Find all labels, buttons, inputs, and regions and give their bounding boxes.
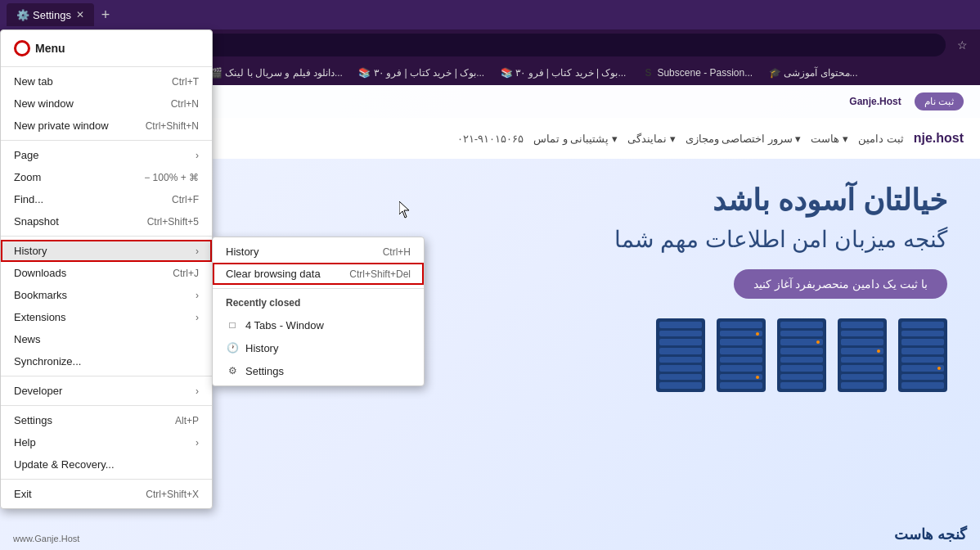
bookmark-edu[interactable]: 🎓 محتوای آموزشی... xyxy=(762,65,864,80)
submenu-separator xyxy=(213,288,424,289)
active-tab[interactable]: ⚙️ Settings ✕ xyxy=(7,3,94,26)
site-headline-2: گنجه میزبان امن اطلاعات مهم شما xyxy=(614,226,947,253)
menu-separator-5 xyxy=(1,479,212,480)
clock-icon: 🕐 xyxy=(226,341,239,354)
window-icon: □ xyxy=(226,318,239,331)
bottom-logo: گنجه هاست xyxy=(894,525,967,543)
menu-snapshot[interactable]: Snapshot Ctrl+Shift+5 xyxy=(1,210,212,232)
menu-page[interactable]: Page › xyxy=(1,144,212,166)
edu-icon: 🎓 xyxy=(769,67,780,79)
nav-domain[interactable]: ثبت دامین xyxy=(858,133,904,145)
submenu-history-item[interactable]: 🕐 History xyxy=(213,336,424,359)
nav-host[interactable]: هاست ▾ xyxy=(811,133,848,145)
menu-separator-3 xyxy=(1,376,212,376)
bookmark-book2-label: ۳۰ بوک | خرید کتاب | فرو... xyxy=(515,67,626,79)
submenu-settings-item[interactable]: ⚙ Settings xyxy=(213,359,424,382)
book1-icon: 📚 xyxy=(359,67,371,79)
new-tab-button[interactable]: + xyxy=(94,3,117,26)
menu-new-private-window[interactable]: New private window Ctrl+Shift+N xyxy=(1,115,212,137)
nav-server[interactable]: سرور اختصاصی ومجازی ▾ xyxy=(686,133,802,145)
menu-update-recovery[interactable]: Update & Recovery... xyxy=(1,453,212,476)
bookmark-subscene-label: Subscene - Passion... xyxy=(657,67,753,79)
menu-new-tab[interactable]: New tab Ctrl+T xyxy=(1,70,212,92)
menu-extensions[interactable]: Extensions › xyxy=(1,306,212,328)
menu-separator-0 xyxy=(1,66,212,67)
opera-logo xyxy=(14,40,30,56)
menu-exit[interactable]: Exit Ctrl+Shift+X xyxy=(1,483,212,505)
bottom-url: www.Ganje.Host xyxy=(13,534,79,543)
bookmark-edu-label: محتوای آموزشی... xyxy=(784,67,857,79)
register-button[interactable]: ثبت نام xyxy=(915,92,964,110)
book2-icon: 📚 xyxy=(501,67,512,79)
bookmark-book2[interactable]: 📚 ۳۰ بوک | خرید کتاب | فرو... xyxy=(494,65,632,80)
submenu-clear-data[interactable]: Clear browsing data Ctrl+Shift+Del xyxy=(213,263,424,285)
server-racks xyxy=(656,318,947,392)
bookmark-subscene[interactable]: S Subscene - Passion... xyxy=(636,65,759,80)
menu-zoom[interactable]: Zoom − 100% + ⌘ xyxy=(1,166,212,188)
menu-title: Menu xyxy=(35,42,65,55)
site-logo-nav: nje.host xyxy=(914,131,964,146)
menu-synchronize[interactable]: Synchronize... xyxy=(1,350,212,372)
menu-separator-2 xyxy=(1,236,212,237)
menu-history[interactable]: History › History Ctrl+H Clear browsing … xyxy=(1,240,212,262)
submenu-tabs-window[interactable]: □ 4 Tabs - Window xyxy=(213,313,424,336)
settings-icon: ⚙ xyxy=(226,364,239,377)
tab-bar: ⚙️ Settings ✕ + xyxy=(0,0,980,29)
tab-label: Settings xyxy=(33,9,71,21)
history-submenu: History Ctrl+H Clear browsing data Ctrl+… xyxy=(212,237,425,386)
settings-tab-icon: ⚙️ xyxy=(16,9,28,20)
menu-find[interactable]: Find... Ctrl+F xyxy=(1,188,212,210)
subscene-icon: S xyxy=(642,67,654,79)
nav-contact[interactable]: پشتیبانی و تماس ▾ xyxy=(533,133,618,145)
menu-downloads[interactable]: Downloads Ctrl+J xyxy=(1,262,212,284)
cta-button[interactable]: با ثبت یک دامین منحصربفرد آغاز کنید xyxy=(734,269,947,299)
nav-agency[interactable]: نمایندگی ▾ xyxy=(627,133,676,145)
main-menu: Menu New tab Ctrl+T New window Ctrl+N Ne… xyxy=(0,29,213,509)
site-phone: ۰۲۱-۹۱۰۱۵۰۶۵ xyxy=(457,133,524,145)
menu-separator-4 xyxy=(1,405,212,406)
menu-news[interactable]: News xyxy=(1,328,212,350)
bookmark-film-label: دانلود فیلم و سریال با لینک... xyxy=(225,67,343,79)
bookmark-book1[interactable]: 📚 ۳۰ بوک | خرید کتاب | فرو... xyxy=(353,65,491,80)
menu-separator-1 xyxy=(1,140,212,141)
menu-developer[interactable]: Developer › xyxy=(1,380,212,402)
menu-settings[interactable]: Settings Alt+P xyxy=(1,409,212,431)
bookmark-film[interactable]: 🎬 دانلود فیلم و سریال با لینک... xyxy=(204,65,349,80)
tab-close-button[interactable]: ✕ xyxy=(76,9,84,20)
menu-header: Menu xyxy=(1,34,212,63)
site-headline-1: خیالتان آسوده باشد xyxy=(713,183,947,218)
recently-closed-label: Recently closed xyxy=(213,292,424,313)
menu-bookmarks[interactable]: Bookmarks › xyxy=(1,284,212,306)
submenu-history-link[interactable]: History Ctrl+H xyxy=(213,241,424,263)
bookmark-book1-label: ۳۰ بوک | خرید کتاب | فرو... xyxy=(374,67,484,79)
site-logo: Ganje.Host xyxy=(849,96,901,107)
menu-help[interactable]: Help › xyxy=(1,431,212,453)
bookmark-star[interactable]: ☆ xyxy=(951,34,973,56)
address-input[interactable] xyxy=(90,34,946,56)
menu-new-window[interactable]: New window Ctrl+N xyxy=(1,92,212,115)
